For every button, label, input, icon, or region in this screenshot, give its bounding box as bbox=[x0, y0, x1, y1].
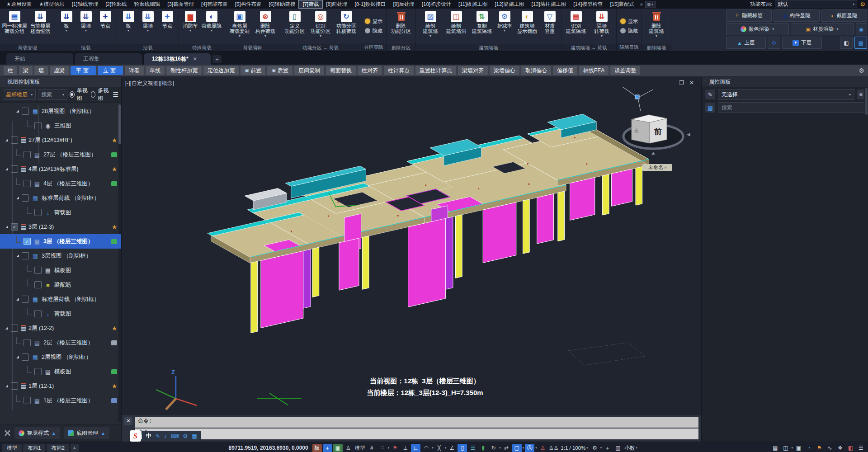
arch-wall-section-display-button[interactable]: ◐建筑墙 显示截面 bbox=[514, 10, 540, 34]
load-visibility-button[interactable]: ◐荷载显隐▼ bbox=[200, 10, 223, 32]
snap-mode-icon[interactable]: ∷ bbox=[377, 444, 387, 452]
toolbar-button[interactable]: 立面 bbox=[98, 66, 123, 75]
toolbar-button[interactable]: 墙 bbox=[34, 66, 48, 75]
precision-mode[interactable]: 小数▾ bbox=[623, 445, 638, 452]
toolbar-button[interactable]: 层间复制 bbox=[294, 66, 324, 75]
fire-truck-load-button[interactable]: ▆消防车▼ bbox=[181, 10, 200, 32]
toolbar-button[interactable]: 截面替换 bbox=[326, 66, 356, 75]
lineweight-icon[interactable]: ☰ bbox=[468, 444, 477, 452]
tools-icon[interactable] bbox=[4, 429, 11, 437]
menu-item[interactable]: [3]截面管理 bbox=[164, 0, 198, 8]
toolbar-button[interactable]: 梁墙对齐 bbox=[458, 66, 488, 75]
polar-tracking-icon[interactable]: ∟ bbox=[411, 444, 420, 452]
tree-row[interactable]: ▦标准层荷载 （剖切框） bbox=[0, 191, 121, 205]
panel-handle-icon[interactable]: ⁞ bbox=[705, 80, 707, 84]
expand-arrow-icon[interactable] bbox=[16, 197, 19, 199]
show-partitions-button[interactable]: 显示 bbox=[620, 18, 638, 25]
toolbar-button[interactable]: 偏移值 bbox=[553, 66, 577, 75]
menu-overflow-icon[interactable]: » bbox=[638, 2, 645, 7]
board-display-icon[interactable]: 板 bbox=[312, 444, 322, 452]
model-space-label[interactable]: 模型 bbox=[354, 445, 366, 452]
user-icon[interactable]: ♙ bbox=[344, 444, 353, 452]
tree-checkbox[interactable]: ✓ bbox=[11, 223, 18, 231]
expand-arrow-icon[interactable] bbox=[16, 254, 19, 257]
menu-item[interactable]: [8-1]数据接口 bbox=[351, 0, 390, 8]
tree-checkbox[interactable]: ✓ bbox=[24, 238, 31, 245]
tab-current-model[interactable]: 12栋13栋16栋*✕ bbox=[144, 53, 211, 65]
close-icon[interactable]: ✕ bbox=[689, 80, 694, 86]
star-floor-filter-select[interactable]: 星标楼层▾ bbox=[3, 89, 36, 100]
ime-mode-label[interactable]: 中 bbox=[146, 432, 151, 440]
property-search-input[interactable]: 搜索 bbox=[718, 102, 864, 113]
sogou-logo-icon[interactable]: S bbox=[130, 430, 141, 442]
swap-order-icon[interactable]: ⇄ bbox=[502, 444, 511, 452]
toolbar-button[interactable]: 定位边加宽 bbox=[203, 66, 239, 75]
dead-slab-button[interactable]: ⇊板▼ bbox=[57, 10, 76, 32]
annotate-user-icon[interactable]: ♙ bbox=[538, 444, 547, 452]
menu-item[interactable]: [14]模型检查 bbox=[570, 0, 606, 8]
viewport-view-label[interactable]: [-][自定义视图][概念] bbox=[125, 80, 174, 87]
tree-search-select[interactable]: 搜索▾ bbox=[38, 89, 67, 100]
delete-member-load-button[interactable]: ⊗删除 构件荷载▼ bbox=[253, 10, 278, 37]
toolbar-button[interactable]: 梁墙偏心 bbox=[490, 66, 519, 75]
select-similar-icon[interactable]: ❖ bbox=[835, 444, 845, 452]
tree-row[interactable]: ◉三维图 bbox=[0, 118, 121, 133]
tree-checkbox[interactable] bbox=[22, 252, 29, 259]
crosshair-icon[interactable]: ＋ bbox=[603, 444, 612, 452]
menu-item[interactable]: [2]轮廓线 bbox=[102, 0, 130, 8]
layout-tab[interactable]: 布局1 bbox=[23, 444, 45, 452]
image-green-icon[interactable] bbox=[111, 239, 117, 244]
transparency-icon[interactable]: ▮ bbox=[478, 444, 488, 452]
angle-snap-icon[interactable]: ∠ bbox=[447, 444, 457, 452]
tree-checkbox[interactable] bbox=[34, 122, 42, 129]
tree-row[interactable]: ✓▤3层 （楼层三维图） bbox=[0, 234, 121, 249]
copy-arch-partition-button[interactable]: ⇅复制 建筑隔墙 bbox=[469, 10, 495, 34]
toolbar-button[interactable]: 详看 bbox=[125, 66, 144, 75]
tree-row[interactable]: 27层 (12#13#RF)★ bbox=[0, 133, 121, 147]
tree-checkbox[interactable] bbox=[22, 296, 29, 303]
toolbar-button[interactable]: 柱对齐 bbox=[358, 66, 382, 75]
grid-icon[interactable]: ▦ bbox=[192, 433, 197, 439]
material-render-button[interactable]: ▣材质渲染▼ bbox=[791, 23, 854, 35]
expand-arrow-icon[interactable] bbox=[5, 385, 8, 387]
dead-beam-wall-button[interactable]: ⇊梁墙▼ bbox=[76, 10, 95, 32]
layout-tab[interactable]: 布局2 bbox=[47, 444, 69, 452]
menu-item[interactable]: [6]辅助建模 bbox=[265, 0, 299, 8]
image-blue-icon[interactable] bbox=[111, 398, 117, 403]
menu-item[interactable]: [1]轴线管理 bbox=[68, 0, 102, 8]
grid-display-icon[interactable]: # bbox=[367, 444, 377, 452]
star-icon[interactable]: ★ bbox=[112, 166, 117, 172]
expand-arrow-icon[interactable] bbox=[5, 139, 8, 141]
upper-floor-button[interactable]: ▲上层 bbox=[726, 37, 766, 49]
tree-row[interactable]: 2层 (12-2)★ bbox=[0, 321, 121, 335]
tree-checkbox[interactable] bbox=[34, 310, 42, 317]
workspace-icon[interactable]: ▣ bbox=[794, 444, 803, 452]
minimize-icon[interactable]: ─ bbox=[670, 80, 674, 86]
hide-zones-button[interactable]: 隐藏 bbox=[365, 28, 382, 34]
selection-crosshair-icon[interactable]: ＋ bbox=[323, 444, 332, 452]
toolbar-button[interactable]: 柱 bbox=[4, 66, 17, 75]
ime-bar[interactable]: S 中 ✎ ♪ ⌨ ⚙ ▦ bbox=[130, 430, 201, 442]
graph-icon[interactable]: ∿ bbox=[825, 444, 835, 452]
current-floor-dead-live-button[interactable]: ⇊当前楼层 楼面恒活 bbox=[28, 10, 53, 34]
panel-pin-icon[interactable]: ▣ bbox=[857, 89, 864, 99]
expand-arrow-icon[interactable] bbox=[5, 226, 8, 228]
menu-item[interactable]: [5]构件布置 bbox=[231, 0, 265, 8]
copy-natural-floor-load-button[interactable]: ▣自然层 荷载复制▼ bbox=[227, 10, 252, 37]
settings-gear-icon[interactable]: ⚙ bbox=[590, 444, 599, 452]
panel-toggle-icon[interactable]: ◫ bbox=[781, 444, 790, 452]
brush-icon[interactable]: ✎ bbox=[705, 89, 715, 99]
annotation-scale-icon[interactable]: Ⓐ bbox=[525, 444, 534, 452]
tree-checkbox[interactable] bbox=[11, 325, 18, 332]
delete-arch-wall-button[interactable]: 删除 建筑墙▼ bbox=[644, 10, 669, 37]
mic-icon[interactable]: ♪ bbox=[164, 433, 167, 439]
panel-handle-icon[interactable]: ⁞ bbox=[3, 80, 5, 84]
identify-arch-partition-button[interactable]: ▦识别 建筑隔墙 bbox=[563, 10, 589, 34]
floor-settings-button[interactable]: ⚙ bbox=[768, 37, 780, 49]
tree-row[interactable]: 1层 (12-1)★ bbox=[0, 379, 121, 393]
compare-icon[interactable]: ◧ bbox=[846, 444, 855, 452]
arc-tool-icon[interactable]: ◠ bbox=[421, 444, 431, 452]
selection-box-icon[interactable]: ▢ bbox=[512, 444, 522, 452]
command-input-line[interactable]: 命令: bbox=[135, 428, 698, 439]
expand-arrow-icon[interactable] bbox=[16, 110, 19, 113]
